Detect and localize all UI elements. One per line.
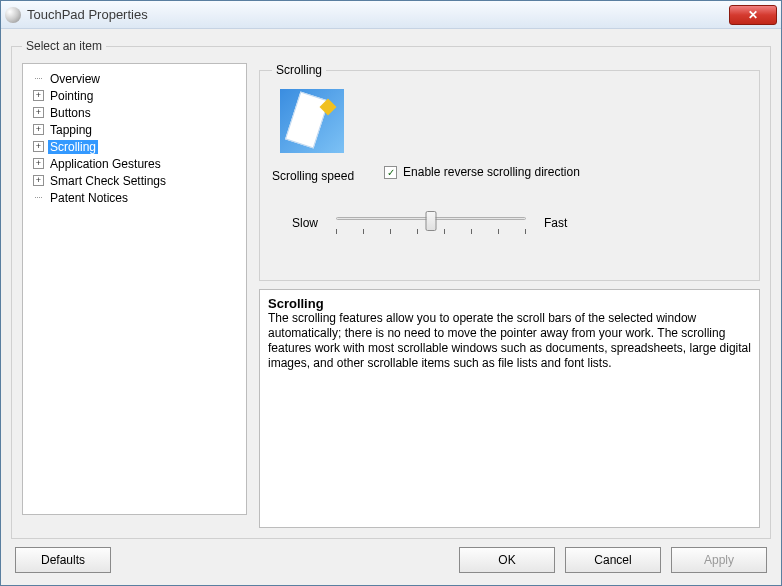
expand-icon[interactable]: + xyxy=(33,124,44,135)
client-area: Select an item Overview +Pointing +Butto… xyxy=(1,29,781,585)
expand-icon[interactable]: + xyxy=(33,175,44,186)
scrolling-illustration xyxy=(280,89,344,153)
tree-item-patent-notices[interactable]: Patent Notices xyxy=(25,189,244,206)
select-item-group: Select an item Overview +Pointing +Butto… xyxy=(11,39,771,539)
scrolling-speed-label: Scrolling speed xyxy=(272,169,354,183)
expand-icon[interactable]: + xyxy=(33,141,44,152)
speed-slider[interactable] xyxy=(336,211,526,235)
app-icon xyxy=(5,7,21,23)
tree-item-buttons[interactable]: +Buttons xyxy=(25,104,244,121)
defaults-button[interactable]: Defaults xyxy=(15,547,111,573)
tree-branch-icon xyxy=(33,73,44,84)
scrolling-group: Scrolling Scrolling speed ✓ Enable rever… xyxy=(259,63,760,281)
tree-item-application-gestures[interactable]: +Application Gestures xyxy=(25,155,244,172)
tree: Overview +Pointing +Buttons +Tapping +Sc… xyxy=(25,70,244,206)
tree-item-smart-check-settings[interactable]: +Smart Check Settings xyxy=(25,172,244,189)
tree-item-scrolling[interactable]: +Scrolling xyxy=(25,138,244,155)
expand-icon[interactable]: + xyxy=(33,90,44,101)
scrolling-legend: Scrolling xyxy=(272,63,326,77)
description-box: Scrolling The scrolling features allow y… xyxy=(259,289,760,528)
window: TouchPad Properties ✕ Select an item Ove… xyxy=(0,0,782,586)
tree-item-overview[interactable]: Overview xyxy=(25,70,244,87)
apply-button[interactable]: Apply xyxy=(671,547,767,573)
reverse-scroll-label: Enable reverse scrolling direction xyxy=(403,165,580,179)
expand-icon[interactable]: + xyxy=(33,158,44,169)
window-title: TouchPad Properties xyxy=(27,7,729,22)
ok-button[interactable]: OK xyxy=(459,547,555,573)
reverse-scroll-row[interactable]: ✓ Enable reverse scrolling direction xyxy=(384,165,580,179)
tree-branch-icon xyxy=(33,192,44,203)
close-button[interactable]: ✕ xyxy=(729,5,777,25)
speed-slider-row: Slow Fast xyxy=(272,211,747,235)
titlebar[interactable]: TouchPad Properties ✕ xyxy=(1,1,781,29)
description-heading: Scrolling xyxy=(268,296,751,311)
select-item-legend: Select an item xyxy=(22,39,106,53)
expand-icon[interactable]: + xyxy=(33,107,44,118)
close-icon: ✕ xyxy=(748,8,758,22)
cancel-button[interactable]: Cancel xyxy=(565,547,661,573)
tree-item-tapping[interactable]: +Tapping xyxy=(25,121,244,138)
slider-thumb[interactable] xyxy=(426,211,437,231)
button-row: Defaults OK Cancel Apply xyxy=(11,539,771,575)
tree-item-pointing[interactable]: +Pointing xyxy=(25,87,244,104)
description-body: The scrolling features allow you to oper… xyxy=(268,311,751,371)
tree-panel[interactable]: Overview +Pointing +Buttons +Tapping +Sc… xyxy=(22,63,247,515)
right-column: Scrolling Scrolling speed ✓ Enable rever… xyxy=(259,63,760,528)
slider-slow-label: Slow xyxy=(292,216,318,230)
slider-fast-label: Fast xyxy=(544,216,567,230)
slider-ticks xyxy=(336,229,526,234)
reverse-scroll-checkbox[interactable]: ✓ xyxy=(384,166,397,179)
